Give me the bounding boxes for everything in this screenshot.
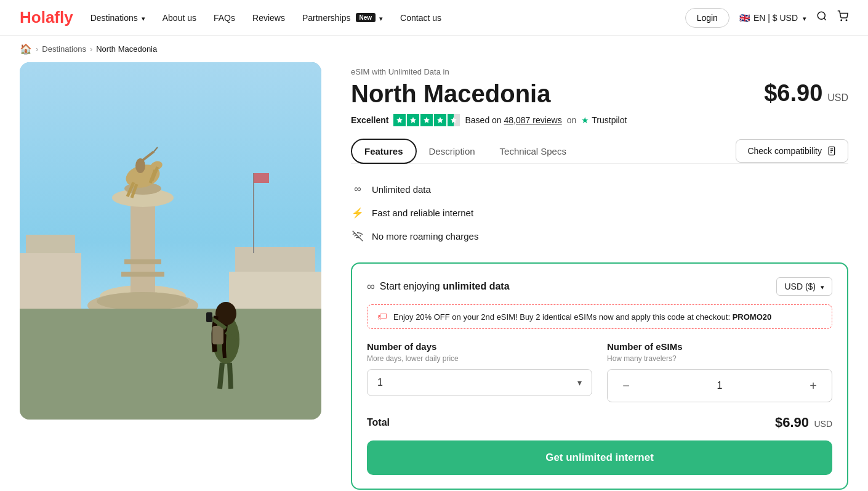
new-badge: New — [356, 13, 376, 22]
product-title: North Macedonia — [351, 80, 550, 108]
login-button[interactable]: Login — [685, 8, 729, 28]
trustpilot-star-icon: ★ — [581, 115, 589, 125]
product-header: North Macedonia $6.90 USD — [351, 80, 848, 108]
purchase-card-header: ∞ Start enjoying unlimited data USD ($) — [367, 277, 832, 296]
total-price: $6.90 — [775, 415, 809, 430]
svg-line-35 — [230, 363, 231, 389]
svg-rect-21 — [26, 235, 75, 253]
days-selector[interactable]: 1 ▾ — [367, 369, 592, 396]
cart-icon — [837, 10, 848, 22]
search-button[interactable] — [816, 10, 827, 25]
trust-on: on — [567, 115, 577, 125]
search-icon — [816, 10, 827, 22]
total-row: Total $6.90 USD — [367, 415, 832, 431]
days-label: Number of days — [367, 341, 592, 352]
navbar: Holafly Destinations About us FAQs Revie… — [0, 0, 868, 36]
esims-value: 1 — [717, 380, 723, 391]
lang-chevron-icon — [802, 13, 806, 23]
svg-rect-37 — [254, 173, 269, 183]
product-info: eSIM with Unlimited Data in North Macedo… — [351, 62, 848, 490]
total-label: Total — [367, 417, 390, 428]
nav-about[interactable]: About us — [163, 13, 196, 23]
svg-rect-18 — [124, 259, 161, 264]
lightning-icon: ⚡ — [351, 206, 364, 219]
breadcrumb-destinations[interactable]: Destinations — [42, 44, 86, 54]
svg-point-2 — [841, 20, 842, 21]
esims-decrease-button[interactable]: − — [617, 377, 635, 394]
esims-sublabel: How many travelers? — [607, 354, 832, 363]
partnerships-chevron-icon — [378, 13, 383, 23]
language-selector[interactable]: 🇬🇧 EN | $ USD — [739, 13, 806, 23]
promo-text-prefix: Enjoy 20% OFF on your 2nd eSIM! Buy 2 id… — [393, 312, 730, 322]
star-2 — [407, 114, 419, 126]
star-4 — [434, 114, 446, 126]
days-sublabel: More days, lower daily price — [367, 354, 592, 363]
stars — [393, 114, 460, 126]
currency-select[interactable]: USD ($) — [776, 277, 832, 296]
nav-partnerships[interactable]: Partnerships New — [302, 13, 383, 23]
cart-button[interactable] — [837, 10, 848, 25]
nav-destinations[interactable]: Destinations — [90, 13, 145, 23]
promo-code: PROMO20 — [733, 312, 772, 322]
tab-description[interactable]: Description — [417, 139, 488, 164]
breadcrumb-current: North Macedonia — [96, 44, 157, 54]
home-icon[interactable]: 🏠 — [20, 43, 32, 55]
get-internet-button[interactable]: Get unlimited internet — [367, 440, 832, 475]
days-dropdown-icon[interactable]: ▾ — [577, 378, 582, 388]
purchase-card: ∞ Start enjoying unlimited data USD ($) … — [351, 262, 848, 490]
nav-reviews[interactable]: Reviews — [252, 13, 285, 23]
star-5 — [448, 114, 460, 126]
features-list: ∞ Unlimited data ⚡ Fast and reliable int… — [351, 177, 848, 248]
feature-fast-internet: ⚡ Fast and reliable internet — [351, 201, 848, 224]
nav-faqs[interactable]: FAQs — [214, 13, 235, 23]
svg-rect-32 — [206, 312, 212, 322]
trustpilot-label: Trustpilot — [592, 115, 627, 125]
check-compat-icon — [827, 146, 837, 156]
esims-label: Number of eSIMs — [607, 341, 832, 352]
feature-text-1: Unlimited data — [372, 184, 431, 195]
navbar-right: Login 🇬🇧 EN | $ USD — [685, 8, 848, 28]
trustpilot-row: Excellent Based on 48,087 reviews on ★ T… — [351, 114, 848, 126]
product-image — [20, 62, 321, 420]
tabs: Features Description Technical Specs — [351, 139, 579, 163]
trustpilot-logo: ★ Trustpilot — [581, 115, 627, 125]
tab-technical-specs[interactable]: Technical Specs — [488, 139, 579, 164]
unlimited-label: ∞ Start enjoying unlimited data — [367, 280, 510, 293]
reviews-link[interactable]: 48,087 reviews — [504, 115, 562, 125]
nav-contact[interactable]: Contact us — [400, 13, 441, 23]
sky-background — [20, 62, 321, 420]
currency-chevron-icon — [819, 282, 824, 291]
infinity-icon: ∞ — [351, 182, 364, 196]
currency-value: USD ($) — [784, 282, 816, 291]
tab-features[interactable]: Features — [351, 139, 417, 164]
trust-reviews[interactable]: Based on 48,087 reviews — [465, 115, 561, 125]
star-1 — [393, 114, 406, 126]
esim-label: eSIM with Unlimited Data in — [351, 67, 848, 76]
svg-line-34 — [220, 363, 222, 389]
svg-rect-19 — [121, 272, 164, 277]
svg-rect-26 — [20, 309, 321, 420]
tag-icon: 🏷 — [377, 311, 387, 322]
navbar-left: Holafly Destinations About us FAQs Revie… — [20, 8, 441, 27]
feature-unlimited-data: ∞ Unlimited data — [351, 177, 848, 201]
breadcrumb-sep1: › — [36, 44, 38, 54]
qty-row: Number of days More days, lower daily pr… — [367, 341, 832, 402]
check-compatibility-button[interactable]: Check compatibility — [736, 139, 848, 163]
breadcrumb: 🏠 › Destinations › North Macedonia — [0, 36, 868, 62]
main-content: eSIM with Unlimited Data in North Macedo… — [0, 62, 868, 490]
svg-point-25 — [97, 292, 189, 310]
esims-increase-button[interactable]: + — [805, 377, 822, 394]
infinity-card-icon: ∞ — [367, 280, 375, 293]
total-price-container: $6.90 USD — [775, 415, 832, 431]
total-currency: USD — [814, 419, 832, 429]
star-3 — [420, 114, 433, 126]
feature-no-roaming: No more roaming charges — [351, 224, 848, 248]
days-value: 1 — [377, 377, 383, 388]
svg-rect-23 — [235, 247, 315, 272]
check-compat-label: Check compatibility — [747, 146, 822, 156]
destinations-chevron-icon — [140, 13, 145, 23]
feature-text-3: No more roaming charges — [372, 231, 478, 241]
logo[interactable]: Holafly — [20, 8, 73, 27]
esims-group: Number of eSIMs How many travelers? − 1 … — [607, 341, 832, 402]
esims-selector: − 1 + — [607, 369, 832, 402]
